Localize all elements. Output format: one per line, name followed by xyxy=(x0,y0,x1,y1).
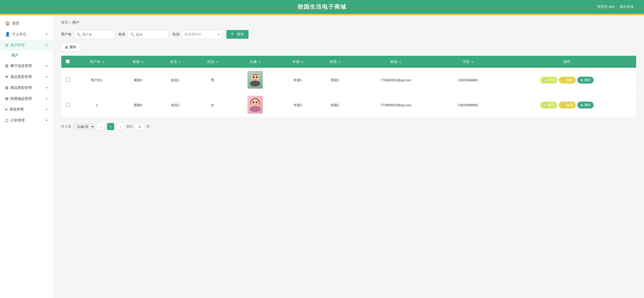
select-all-checkbox[interactable] xyxy=(66,59,70,63)
sidebar-item-idle-goods[interactable]: ⊞ 闲置物品管理 ▼ xyxy=(0,93,53,104)
header-checkbox[interactable] xyxy=(61,56,74,68)
sidebar-label-goods-type: 商品类型管理 xyxy=(10,86,32,90)
row2-phone: 13823888882 xyxy=(438,93,498,118)
row2-delete-label: 删除 xyxy=(584,103,591,107)
sidebar-item-dish-type[interactable]: ✈ 菜品类型管理 ▼ xyxy=(0,71,53,82)
sidebar-label-dish-type: 菜品类型管理 xyxy=(10,75,32,79)
chevron-down-icon-8: ▼ xyxy=(45,119,48,122)
chevron-down-icon-4: ▼ xyxy=(45,75,48,79)
sidebar-item-profile[interactable]: 👤 个人中心 ▼ xyxy=(0,29,53,40)
header-avatar-label: 头像 xyxy=(250,60,257,64)
breadcrumb-home[interactable]: 首页 xyxy=(61,20,68,25)
header-nickname[interactable]: 昵称 ⇅ xyxy=(120,56,157,68)
header-grade[interactable]: 年级 ⇅ xyxy=(279,56,316,68)
row2-op-btns: 📋 详情 ✏️ 修改 🗑 删除 xyxy=(501,102,634,109)
row2-edit-label: 修改 xyxy=(567,103,573,107)
site-title: 校园生活电子商城 xyxy=(298,3,346,11)
sort-icon-phone: ⇅ xyxy=(471,61,473,63)
row2-edit-button[interactable]: ✏️ 修改 xyxy=(559,102,576,109)
row1-detail-button[interactable]: 📋 详情 xyxy=(540,77,557,84)
svg-point-2 xyxy=(253,76,254,78)
header-username-label: 用户名 xyxy=(90,60,100,64)
row2-checkbox[interactable] xyxy=(66,103,70,107)
username-input-wrap: 🔍 xyxy=(74,30,114,39)
edit-icon-2: ✏️ xyxy=(562,103,566,107)
sort-icon-gender: ⇅ xyxy=(216,61,218,63)
layout: 🏠 首页 👤 个人中心 ▼ ⊞ 用户管理 ▼ 用户 ⊞ 餐厅信息管理 ▼ ✈ 菜… xyxy=(0,15,644,298)
header-gender[interactable]: 性别 ⇅ xyxy=(194,56,231,68)
table-row: 用户名1 昵称1 姓名1 男 xyxy=(61,68,636,93)
sidebar-sublabel-user: 用户 xyxy=(11,53,18,58)
lastname-field-group: 姓名 🔍 xyxy=(119,30,168,39)
breadcrumb-sep: / xyxy=(70,21,71,25)
page-1-button[interactable]: 1 xyxy=(107,123,114,130)
header-phone[interactable]: 手机 ⇅ xyxy=(438,56,498,68)
sidebar-item-home[interactable]: 🏠 首页 xyxy=(0,18,53,29)
row2-checkbox-cell[interactable] xyxy=(61,93,74,118)
lastname-label: 姓名 xyxy=(119,32,126,37)
search-bar: 用户名 🔍 姓名 🔍 性别 请选择性别 ▾ xyxy=(61,30,636,39)
search-icon-btn: 🔍 xyxy=(231,32,235,36)
row1-delete-button[interactable]: 🗑 删除 xyxy=(577,77,594,84)
header: 校园生活电子商城 管理员 abo 退出登录 xyxy=(0,0,644,14)
sidebar-label-restaurant: 餐厅信息管理 xyxy=(10,64,32,68)
sidebar-item-goods-type[interactable]: ⊞ 商品类型管理 ▼ xyxy=(0,82,53,93)
svg-point-6 xyxy=(253,102,254,103)
row2-grade: 年级2 xyxy=(279,93,316,118)
header-name[interactable]: 姓名 ⇅ xyxy=(157,56,194,68)
grid-icon-3: ⊞ xyxy=(5,85,8,90)
row1-actions: 📋 详情 ✏️ 修改 🗑 删除 xyxy=(498,68,636,93)
row2-detail-label: 详情 xyxy=(548,103,554,107)
row1-edit-button[interactable]: ✏️ 修改 xyxy=(559,77,576,84)
sort-icon-class: ⇅ xyxy=(338,61,340,63)
lastname-input[interactable] xyxy=(136,33,166,36)
page-jump-input[interactable] xyxy=(135,123,145,130)
chevron-down-icon-5: ▼ xyxy=(45,86,48,90)
header-email-label: 邮箱 xyxy=(390,60,398,64)
sidebar-subitem-user[interactable]: 用户 xyxy=(0,51,53,60)
username-input[interactable] xyxy=(82,33,112,36)
sidebar: 🏠 首页 👤 个人中心 ▼ ⊞ 用户管理 ▼ 用户 ⊞ 餐厅信息管理 ▼ ✈ 菜… xyxy=(0,15,53,298)
table-row: 1 昵称2 姓名2 女 xyxy=(61,93,636,118)
row1-avatar-cell xyxy=(231,68,279,93)
lastname-input-wrap: 🔍 xyxy=(128,30,168,39)
svg-point-7 xyxy=(256,102,257,103)
sidebar-item-order[interactable]: ◻ 订单管理 ▼ xyxy=(0,115,53,126)
row1-name: 姓名1 xyxy=(157,68,194,93)
delete-btn-label: 删除 xyxy=(70,45,76,49)
row2-detail-button[interactable]: 📋 详情 xyxy=(540,102,557,109)
sort-icon-name: ⇅ xyxy=(179,61,181,63)
next-page-button[interactable]: › xyxy=(117,123,124,130)
trash-icon-row2: 🗑 xyxy=(580,103,583,107)
row1-checkbox[interactable] xyxy=(66,78,70,82)
table-header-row: 用户名 ⇅ 昵称 ⇅ 姓名 ⇅ 性别 ⇅ xyxy=(61,56,636,68)
row2-name: 姓名2 xyxy=(157,93,194,118)
page-size-select[interactable]: 10条/页 20条/页 50条/页 xyxy=(74,124,95,130)
trash-icon: 🗑 xyxy=(65,45,68,49)
username-field-group: 用户名 🔍 xyxy=(61,30,114,39)
sidebar-item-system[interactable]: ≡ 系统管理 ▼ xyxy=(0,104,53,115)
row2-delete-button[interactable]: 🗑 删除 xyxy=(577,102,594,109)
detail-icon: 📋 xyxy=(543,78,547,82)
header-avatar[interactable]: 头像 ⇅ xyxy=(231,56,279,68)
user-table: 用户名 ⇅ 昵称 ⇅ 姓名 ⇅ 性别 ⇅ xyxy=(61,56,636,118)
header-username[interactable]: 用户名 ⇅ xyxy=(74,56,120,68)
sidebar-item-restaurant[interactable]: ⊞ 餐厅信息管理 ▼ xyxy=(0,60,53,71)
row2-class: 班级2 xyxy=(316,93,354,118)
prev-page-button[interactable]: ‹ xyxy=(97,123,105,130)
gender-select[interactable]: 请选择性别 ▾ xyxy=(182,30,222,39)
sort-icon-grade: ⇅ xyxy=(301,61,303,63)
search-button[interactable]: 🔍 查询 xyxy=(226,30,248,39)
home-icon: 🏠 xyxy=(5,21,10,26)
row1-delete-label: 删除 xyxy=(584,78,591,82)
header-email[interactable]: 邮箱 ⇅ xyxy=(354,56,438,68)
row1-checkbox-cell[interactable] xyxy=(61,68,74,93)
grid-icon-4: ⊞ xyxy=(5,96,8,101)
sidebar-label-profile: 个人中心 xyxy=(12,32,26,37)
header-class[interactable]: 班级 ⇅ xyxy=(316,56,354,68)
batch-delete-button[interactable]: 🗑 删除 xyxy=(61,43,80,51)
gender-field-group: 性别 请选择性别 ▾ xyxy=(172,30,222,39)
logout-button[interactable]: 退出登录 xyxy=(620,5,634,9)
sidebar-item-user-mgmt[interactable]: ⊞ 用户管理 ▼ xyxy=(0,40,53,51)
grid-icon: ⊞ xyxy=(5,43,8,48)
